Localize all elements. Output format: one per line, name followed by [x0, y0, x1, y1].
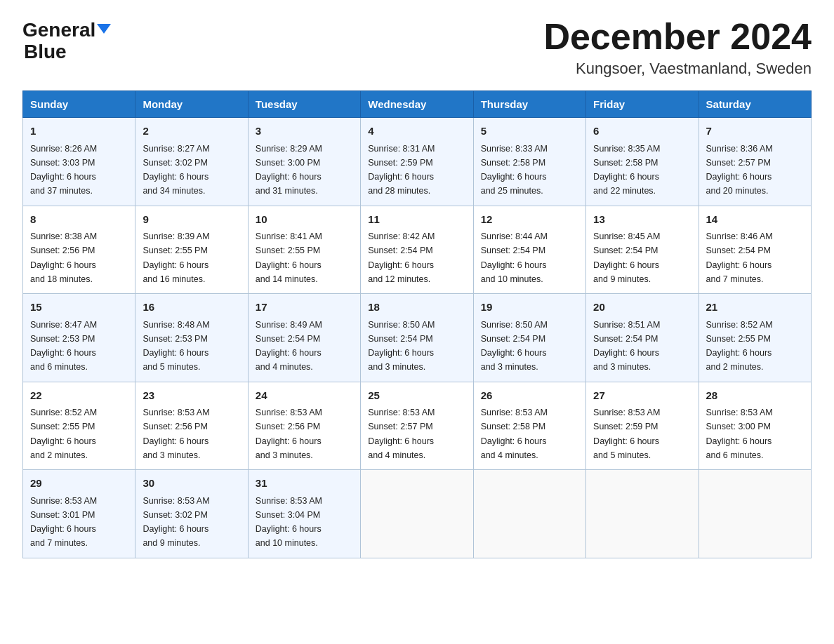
day-number: 3: [256, 123, 353, 140]
weekday-header-saturday: Saturday: [699, 91, 811, 118]
day-info: Sunrise: 8:50 AMSunset: 2:54 PMDaylight:…: [481, 320, 548, 373]
calendar-cell: 5 Sunrise: 8:33 AMSunset: 2:58 PMDayligh…: [473, 118, 585, 206]
calendar-cell: 25 Sunrise: 8:53 AMSunset: 2:57 PMDaylig…: [361, 382, 473, 470]
day-info: Sunrise: 8:42 AMSunset: 2:54 PMDaylight:…: [368, 232, 435, 284]
day-number: 11: [368, 212, 465, 228]
day-number: 6: [593, 123, 691, 140]
calendar-week-row: 15 Sunrise: 8:47 AMSunset: 2:53 PMDaylig…: [23, 294, 812, 382]
day-number: 13: [593, 212, 691, 228]
day-info: Sunrise: 8:53 AMSunset: 3:04 PMDaylight:…: [256, 496, 322, 549]
weekday-header-wednesday: Wednesday: [361, 91, 473, 118]
day-number: 29: [30, 476, 128, 492]
calendar-cell: [586, 470, 699, 558]
day-info: Sunrise: 8:53 AMSunset: 2:59 PMDaylight:…: [593, 408, 660, 460]
day-info: Sunrise: 8:26 AMSunset: 3:03 PMDaylight:…: [30, 144, 97, 196]
day-number: 1: [30, 123, 128, 140]
calendar-cell: 24 Sunrise: 8:53 AMSunset: 2:56 PMDaylig…: [248, 382, 360, 470]
day-number: 4: [368, 123, 465, 140]
day-info: Sunrise: 8:49 AMSunset: 2:54 PMDaylight:…: [256, 320, 322, 373]
day-number: 28: [706, 388, 804, 404]
day-number: 12: [481, 212, 578, 228]
calendar-cell: 18 Sunrise: 8:50 AMSunset: 2:54 PMDaylig…: [361, 294, 473, 382]
calendar-cell: 3 Sunrise: 8:29 AMSunset: 3:00 PMDayligh…: [248, 118, 360, 206]
weekday-header-row: SundayMondayTuesdayWednesdayThursdayFrid…: [23, 91, 812, 118]
weekday-header-tuesday: Tuesday: [248, 91, 360, 118]
day-info: Sunrise: 8:53 AMSunset: 3:01 PMDaylight:…: [30, 496, 97, 549]
calendar-cell: 17 Sunrise: 8:49 AMSunset: 2:54 PMDaylig…: [248, 294, 360, 382]
logo: General Blue: [22, 20, 111, 63]
day-number: 15: [30, 300, 128, 316]
day-info: Sunrise: 8:44 AMSunset: 2:54 PMDaylight:…: [481, 232, 548, 284]
day-number: 25: [368, 388, 465, 404]
title-block: December 2024 Kungsoer, Vaestmanland, Sw…: [543, 17, 812, 78]
day-info: Sunrise: 8:41 AMSunset: 2:55 PMDaylight:…: [256, 232, 322, 284]
day-info: Sunrise: 8:48 AMSunset: 2:53 PMDaylight:…: [143, 320, 209, 373]
day-info: Sunrise: 8:36 AMSunset: 2:57 PMDaylight:…: [706, 144, 773, 196]
logo-text-blue: Blue: [24, 41, 67, 62]
day-info: Sunrise: 8:53 AMSunset: 2:58 PMDaylight:…: [481, 408, 548, 460]
weekday-header-friday: Friday: [586, 91, 699, 118]
calendar-cell: 22 Sunrise: 8:52 AMSunset: 2:55 PMDaylig…: [23, 382, 135, 470]
location-subtitle: Kungsoer, Vaestmanland, Sweden: [543, 60, 812, 78]
calendar-cell: 9 Sunrise: 8:39 AMSunset: 2:55 PMDayligh…: [135, 206, 248, 294]
day-info: Sunrise: 8:35 AMSunset: 2:58 PMDaylight:…: [593, 144, 660, 196]
calendar-cell: 21 Sunrise: 8:52 AMSunset: 2:55 PMDaylig…: [699, 294, 811, 382]
day-number: 16: [143, 300, 240, 316]
calendar-cell: 26 Sunrise: 8:53 AMSunset: 2:58 PMDaylig…: [473, 382, 585, 470]
calendar-cell: 29 Sunrise: 8:53 AMSunset: 3:01 PMDaylig…: [23, 470, 135, 558]
day-info: Sunrise: 8:38 AMSunset: 2:56 PMDaylight:…: [30, 232, 97, 284]
day-number: 26: [481, 388, 578, 404]
day-info: Sunrise: 8:27 AMSunset: 3:02 PMDaylight:…: [143, 144, 209, 196]
calendar-cell: 30 Sunrise: 8:53 AMSunset: 3:02 PMDaylig…: [135, 470, 248, 558]
day-number: 9: [143, 212, 240, 228]
calendar-cell: 23 Sunrise: 8:53 AMSunset: 2:56 PMDaylig…: [135, 382, 248, 470]
day-number: 24: [256, 388, 353, 404]
calendar-week-row: 22 Sunrise: 8:52 AMSunset: 2:55 PMDaylig…: [23, 382, 812, 470]
day-number: 20: [593, 300, 691, 316]
calendar-cell: 14 Sunrise: 8:46 AMSunset: 2:54 PMDaylig…: [699, 206, 811, 294]
calendar-cell: 7 Sunrise: 8:36 AMSunset: 2:57 PMDayligh…: [699, 118, 811, 206]
calendar-cell: 10 Sunrise: 8:41 AMSunset: 2:55 PMDaylig…: [248, 206, 360, 294]
day-info: Sunrise: 8:52 AMSunset: 2:55 PMDaylight:…: [30, 408, 97, 460]
day-info: Sunrise: 8:31 AMSunset: 2:59 PMDaylight:…: [368, 144, 435, 196]
calendar-cell: 1 Sunrise: 8:26 AMSunset: 3:03 PMDayligh…: [23, 118, 135, 206]
weekday-header-sunday: Sunday: [23, 91, 135, 118]
logo-triangle-icon: [97, 24, 111, 34]
weekday-header-monday: Monday: [135, 91, 248, 118]
day-number: 7: [706, 123, 804, 140]
weekday-header-thursday: Thursday: [473, 91, 585, 118]
day-number: 22: [30, 388, 128, 404]
calendar-week-row: 1 Sunrise: 8:26 AMSunset: 3:03 PMDayligh…: [23, 118, 812, 206]
calendar-cell: [473, 470, 585, 558]
calendar-cell: 2 Sunrise: 8:27 AMSunset: 3:02 PMDayligh…: [135, 118, 248, 206]
day-info: Sunrise: 8:53 AMSunset: 3:02 PMDaylight:…: [143, 496, 209, 549]
day-number: 19: [481, 300, 578, 316]
calendar-cell: [699, 470, 811, 558]
calendar-cell: 13 Sunrise: 8:45 AMSunset: 2:54 PMDaylig…: [586, 206, 699, 294]
day-number: 14: [706, 212, 804, 228]
calendar-cell: 8 Sunrise: 8:38 AMSunset: 2:56 PMDayligh…: [23, 206, 135, 294]
day-number: 30: [143, 476, 240, 492]
day-info: Sunrise: 8:33 AMSunset: 2:58 PMDaylight:…: [481, 144, 548, 196]
day-info: Sunrise: 8:45 AMSunset: 2:54 PMDaylight:…: [593, 232, 660, 284]
calendar-cell: 12 Sunrise: 8:44 AMSunset: 2:54 PMDaylig…: [473, 206, 585, 294]
day-info: Sunrise: 8:53 AMSunset: 3:00 PMDaylight:…: [706, 408, 773, 460]
day-info: Sunrise: 8:53 AMSunset: 2:56 PMDaylight:…: [143, 408, 209, 460]
day-number: 17: [256, 300, 353, 316]
day-info: Sunrise: 8:39 AMSunset: 2:55 PMDaylight:…: [143, 232, 209, 284]
day-number: 23: [143, 388, 240, 404]
day-number: 18: [368, 300, 465, 316]
day-info: Sunrise: 8:47 AMSunset: 2:53 PMDaylight:…: [30, 320, 97, 373]
calendar-cell: 4 Sunrise: 8:31 AMSunset: 2:59 PMDayligh…: [361, 118, 473, 206]
calendar-cell: 20 Sunrise: 8:51 AMSunset: 2:54 PMDaylig…: [586, 294, 699, 382]
calendar-cell: 15 Sunrise: 8:47 AMSunset: 2:53 PMDaylig…: [23, 294, 135, 382]
day-number: 2: [143, 123, 240, 140]
day-number: 8: [30, 212, 128, 228]
day-info: Sunrise: 8:29 AMSunset: 3:00 PMDaylight:…: [256, 144, 322, 196]
day-info: Sunrise: 8:53 AMSunset: 2:56 PMDaylight:…: [256, 408, 322, 460]
calendar-cell: 28 Sunrise: 8:53 AMSunset: 3:00 PMDaylig…: [699, 382, 811, 470]
day-info: Sunrise: 8:52 AMSunset: 2:55 PMDaylight:…: [706, 320, 773, 373]
day-number: 10: [256, 212, 353, 228]
calendar-week-row: 8 Sunrise: 8:38 AMSunset: 2:56 PMDayligh…: [23, 206, 812, 294]
day-info: Sunrise: 8:53 AMSunset: 2:57 PMDaylight:…: [368, 408, 435, 460]
